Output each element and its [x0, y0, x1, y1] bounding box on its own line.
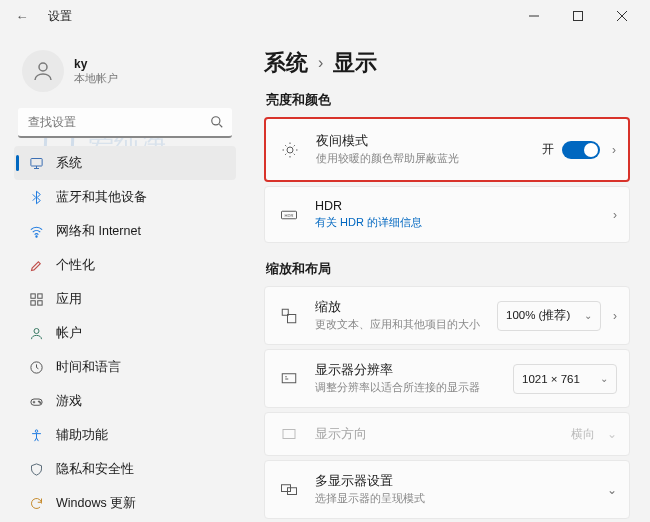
night-light-icon: [278, 141, 302, 159]
nav-label: 时间和语言: [56, 359, 121, 376]
nav-accessibility[interactable]: 辅助功能: [14, 418, 236, 452]
svg-point-15: [287, 147, 293, 153]
section-scale-layout: 缩放和布局: [266, 261, 630, 278]
search-icon: [210, 115, 224, 132]
svg-point-4: [35, 235, 36, 236]
nav-label: 应用: [56, 291, 82, 308]
hdr-card[interactable]: HDR HDR 有关 HDR 的详细信息 ›: [264, 186, 630, 243]
nav-privacy[interactable]: 隐私和安全性: [14, 452, 236, 486]
night-light-toggle[interactable]: [562, 141, 600, 159]
resolution-select[interactable]: 1021 × 761⌄: [513, 364, 617, 394]
svg-rect-7: [30, 300, 34, 304]
svg-point-1: [39, 63, 47, 71]
avatar: [22, 50, 64, 92]
crumb-system[interactable]: 系统: [264, 48, 308, 78]
system-icon: [28, 155, 44, 171]
nav-label: 系统: [56, 155, 82, 172]
search-box[interactable]: [18, 108, 232, 138]
svg-rect-6: [37, 293, 41, 297]
nav-gaming[interactable]: 游戏: [14, 384, 236, 418]
nav-network[interactable]: 网络和 Internet: [14, 214, 236, 248]
update-icon: [28, 495, 44, 511]
nav-label: 游戏: [56, 393, 82, 410]
scale-card[interactable]: 缩放 更改文本、应用和其他项目的大小 100% (推荐)⌄ ›: [264, 286, 630, 345]
nav-label: 网络和 Internet: [56, 223, 141, 240]
user-block[interactable]: ky 本地帐户: [14, 40, 236, 108]
orientation-value: 横向: [571, 427, 595, 442]
apps-icon: [28, 291, 44, 307]
resolution-icon: [277, 370, 301, 388]
scale-select[interactable]: 100% (推荐)⌄: [497, 301, 601, 331]
nav-label: 隐私和安全性: [56, 461, 134, 478]
chevron-right-icon[interactable]: ›: [613, 309, 617, 323]
scale-sub: 更改文本、应用和其他项目的大小: [315, 318, 483, 332]
svg-point-9: [34, 328, 39, 333]
nav-label: 蓝牙和其他设备: [56, 189, 147, 206]
nav-label: 辅助功能: [56, 427, 108, 444]
nav-bluetooth[interactable]: 蓝牙和其他设备: [14, 180, 236, 214]
multi-display-card[interactable]: 多显示器设置 选择显示器的呈现模式 ⌄: [264, 460, 630, 519]
nav-label: Windows 更新: [56, 495, 136, 512]
nav-system[interactable]: 系统: [14, 146, 236, 180]
svg-rect-8: [37, 300, 41, 304]
chevron-right-icon[interactable]: ›: [613, 208, 617, 222]
scale-icon: [277, 307, 301, 325]
nav-label: 帐户: [56, 325, 82, 342]
svg-rect-5: [30, 293, 34, 297]
chevron-right-icon: ›: [318, 54, 323, 72]
multi-display-title: 多显示器设置: [315, 473, 589, 490]
svg-rect-21: [283, 430, 295, 439]
window-title: 设置: [48, 8, 72, 25]
gaming-icon: [28, 393, 44, 409]
nav-apps[interactable]: 应用: [14, 282, 236, 316]
svg-point-13: [39, 402, 40, 403]
chevron-down-icon: ⌄: [607, 427, 617, 441]
svg-point-14: [35, 429, 38, 432]
crumb-display: 显示: [333, 48, 377, 78]
nav-label: 个性化: [56, 257, 95, 274]
chevron-down-icon: ⌄: [584, 310, 592, 321]
scale-title: 缩放: [315, 299, 483, 316]
account-icon: [28, 325, 44, 341]
minimize-button[interactable]: [512, 1, 556, 31]
multi-display-sub: 选择显示器的呈现模式: [315, 492, 589, 506]
user-name: ky: [74, 57, 118, 71]
nav-windows-update[interactable]: Windows 更新: [14, 486, 236, 520]
chevron-down-icon[interactable]: ⌄: [607, 483, 617, 497]
hdr-link[interactable]: 有关 HDR 的详细信息: [315, 215, 595, 230]
resolution-sub: 调整分辨率以适合所连接的显示器: [315, 381, 499, 395]
svg-point-12: [38, 400, 39, 401]
chevron-down-icon: ⌄: [600, 373, 608, 384]
nav-time-language[interactable]: 时间和语言: [14, 350, 236, 384]
toggle-state-label: 开: [542, 142, 554, 157]
resolution-title: 显示器分辨率: [315, 362, 499, 379]
svg-rect-20: [282, 373, 296, 382]
user-sub: 本地帐户: [74, 71, 118, 86]
section-brightness-color: 亮度和颜色: [266, 92, 630, 109]
clock-icon: [28, 359, 44, 375]
orientation-icon: [277, 425, 301, 443]
orientation-title: 显示方向: [315, 426, 557, 443]
svg-text:HDR: HDR: [285, 212, 294, 217]
hdr-title: HDR: [315, 199, 595, 213]
close-button[interactable]: [600, 1, 644, 31]
svg-rect-0: [574, 12, 583, 21]
bluetooth-icon: [28, 189, 44, 205]
night-light-card[interactable]: 夜间模式 使用较暖的颜色帮助屏蔽蓝光 开 ›: [264, 117, 630, 182]
multi-display-icon: [277, 481, 301, 499]
nav-personalization[interactable]: 个性化: [14, 248, 236, 282]
brush-icon: [28, 257, 44, 273]
nav-accounts[interactable]: 帐户: [14, 316, 236, 350]
svg-point-2: [212, 117, 220, 125]
breadcrumb: 系统 › 显示: [264, 48, 630, 78]
wifi-icon: [28, 223, 44, 239]
back-button[interactable]: ←: [14, 9, 30, 24]
chevron-right-icon[interactable]: ›: [612, 143, 616, 157]
night-light-title: 夜间模式: [316, 133, 528, 150]
maximize-button[interactable]: [556, 1, 600, 31]
search-input[interactable]: [18, 108, 232, 138]
shield-icon: [28, 461, 44, 477]
resolution-card[interactable]: 显示器分辨率 调整分辨率以适合所连接的显示器 1021 × 761⌄: [264, 349, 630, 408]
hdr-icon: HDR: [277, 206, 301, 224]
svg-rect-3: [30, 158, 41, 166]
